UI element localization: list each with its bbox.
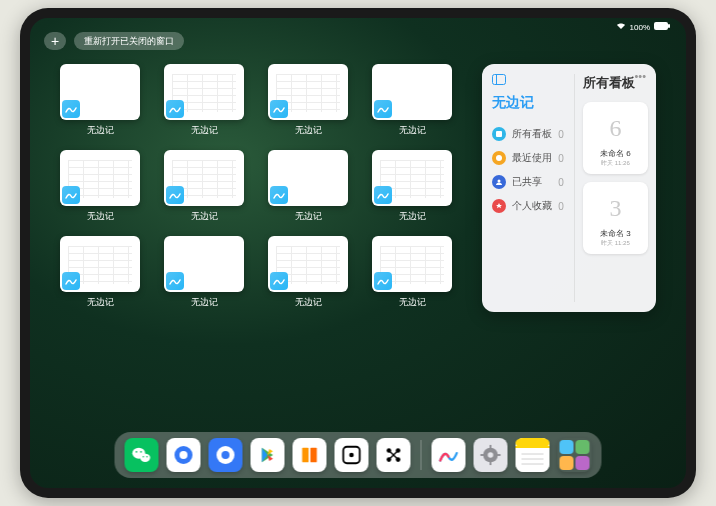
thumb-preview: [268, 64, 348, 120]
dock-app-app-library[interactable]: [558, 438, 592, 472]
svg-rect-2: [493, 75, 506, 85]
category-icon: [492, 175, 506, 189]
window-label: 无边记: [87, 124, 114, 137]
svg-rect-40: [576, 440, 590, 454]
dock-app-books[interactable]: [293, 438, 327, 472]
board-timestamp: 昨天 11:26: [601, 159, 630, 168]
svg-point-9: [136, 451, 138, 453]
svg-point-16: [222, 451, 230, 459]
window-grid: 无边记 无边记 无边记 无边记 无边记 无边记 无边记 无边记: [60, 64, 452, 424]
freeform-app-icon: [374, 272, 392, 290]
board-item[interactable]: 3 未命名 3 昨天 11:25: [583, 182, 648, 254]
thumb-preview: [164, 64, 244, 120]
reopen-closed-window-button[interactable]: 重新打开已关闭的窗口: [74, 32, 184, 50]
freeform-app-icon: [62, 186, 80, 204]
category-item[interactable]: 个人收藏 0: [492, 194, 564, 218]
battery-label: 100%: [630, 23, 650, 32]
thumb-preview: [164, 236, 244, 292]
window-thumbnail[interactable]: 无边记: [372, 150, 452, 228]
svg-rect-41: [560, 456, 574, 470]
window-label: 无边记: [399, 296, 426, 309]
freeform-app-icon: [374, 100, 392, 118]
svg-point-20: [349, 453, 354, 458]
svg-rect-29: [490, 445, 492, 449]
window-thumbnail[interactable]: 无边记: [268, 64, 348, 142]
window-label: 无边记: [87, 210, 114, 223]
panel-more-icon[interactable]: •••: [634, 70, 646, 82]
window-thumbnail[interactable]: 无边记: [164, 236, 244, 314]
window-label: 无边记: [295, 296, 322, 309]
window-thumbnail[interactable]: 无边记: [164, 64, 244, 142]
window-label: 无边记: [87, 296, 114, 309]
window-thumbnail[interactable]: 无边记: [60, 64, 140, 142]
svg-point-8: [140, 454, 150, 462]
window-thumbnail[interactable]: 无边记: [164, 150, 244, 228]
ipad-screen: 100% + 重新打开已关闭的窗口 无边记 无边记 无边记: [30, 18, 686, 488]
category-icon: [492, 199, 506, 213]
battery-icon: [654, 22, 670, 32]
category-icon: [492, 127, 506, 141]
category-item[interactable]: 最近使用 0: [492, 146, 564, 170]
freeform-panel[interactable]: ••• 无边记 所有看板 0 最近使用 0 已共享 0 个人收藏 0 所有看板 …: [482, 64, 656, 312]
category-item[interactable]: 所有看板 0: [492, 122, 564, 146]
window-label: 无边记: [295, 124, 322, 137]
window-label: 无边记: [191, 210, 218, 223]
dock-app-dots[interactable]: [377, 438, 411, 472]
window-label: 无边记: [295, 210, 322, 223]
dock-app-settings[interactable]: [474, 438, 508, 472]
dock-app-freeform[interactable]: [432, 438, 466, 472]
window-thumbnail[interactable]: 无边记: [372, 236, 452, 314]
freeform-app-icon: [62, 272, 80, 290]
svg-point-14: [180, 451, 188, 459]
category-item[interactable]: 已共享 0: [492, 170, 564, 194]
wifi-icon: [616, 22, 626, 32]
freeform-app-icon: [270, 186, 288, 204]
window-thumbnail[interactable]: 无边记: [60, 236, 140, 314]
category-label: 个人收藏: [512, 199, 552, 213]
window-label: 无边记: [191, 296, 218, 309]
window-thumbnail[interactable]: 无边记: [60, 150, 140, 228]
board-name: 未命名 3: [600, 228, 631, 239]
dock-app-dice[interactable]: [335, 438, 369, 472]
thumb-preview: [268, 150, 348, 206]
dock-separator: [421, 440, 422, 470]
svg-rect-17: [302, 448, 308, 463]
dock-app-quark[interactable]: [209, 438, 243, 472]
window-thumbnail[interactable]: 无边记: [268, 236, 348, 314]
svg-rect-18: [310, 448, 316, 463]
thumb-preview: [268, 236, 348, 292]
svg-rect-39: [560, 440, 574, 454]
window-thumbnail[interactable]: 无边记: [268, 150, 348, 228]
plus-icon: +: [51, 33, 59, 49]
board-preview: 3: [589, 188, 642, 228]
svg-point-10: [140, 451, 142, 453]
board-item[interactable]: 6 未命名 6 昨天 11:26: [583, 102, 648, 174]
category-label: 所有看板: [512, 127, 552, 141]
dock-app-wechat[interactable]: [125, 438, 159, 472]
top-bar: + 重新打开已关闭的窗口: [44, 32, 184, 50]
category-count: 0: [558, 129, 564, 140]
category-list: 所有看板 0 最近使用 0 已共享 0 个人收藏 0: [492, 122, 564, 218]
svg-rect-42: [576, 456, 590, 470]
window-label: 无边记: [399, 210, 426, 223]
board-name: 未命名 6: [600, 148, 631, 159]
ipad-device: 100% + 重新打开已关闭的窗口 无边记 无边记 无边记: [20, 8, 696, 498]
svg-rect-4: [496, 131, 502, 137]
category-icon: [492, 151, 506, 165]
dock-app-quark-hd[interactable]: [167, 438, 201, 472]
svg-point-6: [498, 180, 501, 183]
category-count: 0: [558, 153, 564, 164]
board-preview: 6: [589, 108, 642, 148]
dock-app-notes[interactable]: [516, 438, 550, 472]
new-window-button[interactable]: +: [44, 32, 66, 50]
window-label: 无边记: [191, 124, 218, 137]
category-label: 最近使用: [512, 151, 552, 165]
dock-app-play[interactable]: [251, 438, 285, 472]
board-timestamp: 昨天 11:25: [601, 239, 630, 248]
sidebar-toggle-icon[interactable]: [492, 74, 564, 88]
window-thumbnail[interactable]: 无边记: [372, 64, 452, 142]
freeform-app-icon: [270, 272, 288, 290]
thumb-preview: [372, 64, 452, 120]
window-label: 无边记: [399, 124, 426, 137]
freeform-app-icon: [270, 100, 288, 118]
